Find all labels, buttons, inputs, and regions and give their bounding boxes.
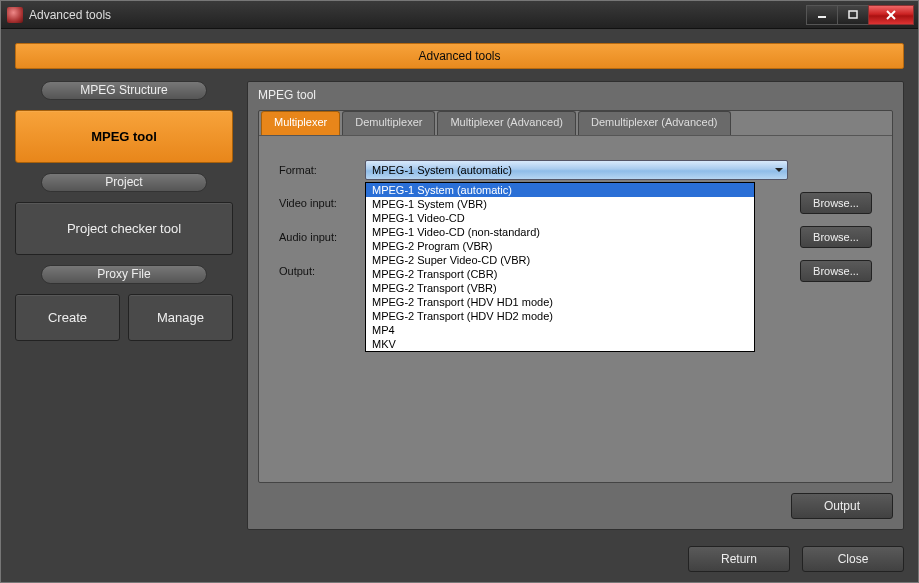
- minimize-button[interactable]: [806, 5, 838, 25]
- format-option[interactable]: MPEG-2 Transport (HDV HD2 mode): [366, 309, 754, 323]
- app-icon: [7, 7, 23, 23]
- chevron-down-icon: [775, 168, 783, 172]
- sidebar: MPEG Structure MPEG tool Project Project…: [15, 81, 233, 530]
- format-option[interactable]: MPEG-1 Video-CD (non-standard): [366, 225, 754, 239]
- format-option[interactable]: MPEG-2 Transport (CBR): [366, 267, 754, 281]
- browse-output-button[interactable]: Browse...: [800, 260, 872, 282]
- browse-audio-button[interactable]: Browse...: [800, 226, 872, 248]
- format-option[interactable]: MPEG-2 Super Video-CD (VBR): [366, 253, 754, 267]
- window-title: Advanced tools: [29, 8, 807, 22]
- tab-multiplexer-advanced[interactable]: Multiplexer (Advanced): [437, 111, 576, 135]
- maximize-button[interactable]: [837, 5, 869, 25]
- format-option[interactable]: MPEG-1 System (VBR): [366, 197, 754, 211]
- sidebar-btn-create[interactable]: Create: [15, 294, 120, 341]
- bottom-bar: Return Close: [15, 542, 904, 572]
- sidebar-btn-manage[interactable]: Manage: [128, 294, 233, 341]
- app-window: Advanced tools Advanced tools MPEG Struc…: [0, 0, 919, 583]
- close-button[interactable]: Close: [802, 546, 904, 572]
- sidebar-section-project: Project: [41, 173, 207, 192]
- tab-multiplexer[interactable]: Multiplexer: [261, 111, 340, 135]
- return-button[interactable]: Return: [688, 546, 790, 572]
- format-option[interactable]: MP4: [366, 323, 754, 337]
- format-option[interactable]: MPEG-2 Program (VBR): [366, 239, 754, 253]
- format-combo[interactable]: MPEG-1 System (automatic): [365, 160, 788, 180]
- banner: Advanced tools: [15, 43, 904, 69]
- output-button[interactable]: Output: [791, 493, 893, 519]
- sidebar-section-proxy-file: Proxy File: [41, 265, 207, 284]
- format-option[interactable]: MPEG-1 System (automatic): [366, 183, 754, 197]
- client-area: Advanced tools MPEG Structure MPEG tool …: [1, 29, 918, 582]
- tab-body: Format: MPEG-1 System (automatic) Video …: [259, 135, 892, 482]
- format-option[interactable]: MKV: [366, 337, 754, 351]
- main: MPEG Structure MPEG tool Project Project…: [15, 81, 904, 530]
- tab-area: Multiplexer Demultiplexer Multiplexer (A…: [258, 110, 893, 483]
- close-window-button[interactable]: [868, 5, 914, 25]
- format-option[interactable]: MPEG-2 Transport (VBR): [366, 281, 754, 295]
- output-label: Output:: [279, 265, 365, 277]
- panel-title: MPEG tool: [248, 82, 903, 110]
- tab-demultiplexer-advanced[interactable]: Demultiplexer (Advanced): [578, 111, 731, 135]
- audio-input-label: Audio input:: [279, 231, 365, 243]
- format-option[interactable]: MPEG-1 Video-CD: [366, 211, 754, 225]
- sidebar-btn-mpeg-tool[interactable]: MPEG tool: [15, 110, 233, 163]
- tab-demultiplexer[interactable]: Demultiplexer: [342, 111, 435, 135]
- video-input-label: Video input:: [279, 197, 365, 209]
- sidebar-section-mpeg-structure: MPEG Structure: [41, 81, 207, 100]
- format-combo-value: MPEG-1 System (automatic): [372, 164, 512, 176]
- format-label: Format:: [279, 164, 365, 176]
- tabs: Multiplexer Demultiplexer Multiplexer (A…: [259, 111, 892, 135]
- svg-rect-1: [849, 11, 857, 18]
- titlebar[interactable]: Advanced tools: [1, 1, 918, 29]
- format-dropdown[interactable]: MPEG-1 System (automatic) MPEG-1 System …: [365, 182, 755, 352]
- sidebar-btn-project-checker[interactable]: Project checker tool: [15, 202, 233, 255]
- browse-video-button[interactable]: Browse...: [800, 192, 872, 214]
- panel: MPEG tool Multiplexer Demultiplexer Mult…: [247, 81, 904, 530]
- format-option[interactable]: MPEG-2 Transport (HDV HD1 mode): [366, 295, 754, 309]
